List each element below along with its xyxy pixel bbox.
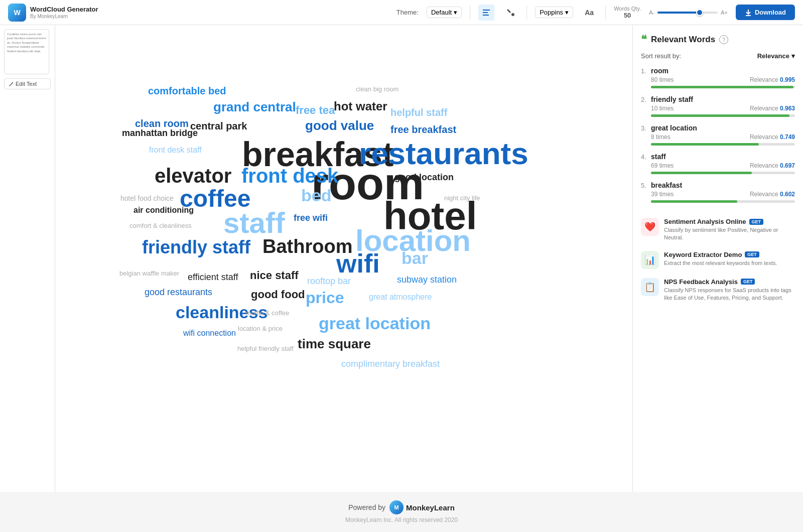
- promo-item-sentiment-analysis-online[interactable]: ❤️ Sentiment Analysis Online GET Classif…: [641, 218, 795, 242]
- word-good-value[interactable]: good value: [305, 118, 374, 134]
- word-central-park[interactable]: central park: [190, 120, 247, 132]
- word-items-list: 1. room 80 times Relevance 0.995 2. frie…: [641, 67, 795, 203]
- word-good-restaurants[interactable]: good restaurants: [145, 287, 212, 298]
- relevant-words-title: Relevant Words: [651, 35, 715, 45]
- word-friendly-staff[interactable]: friendly staff: [142, 237, 250, 258]
- copyright: MonkeyLearn Inc. All rights reserved 202…: [345, 516, 458, 523]
- word-complimentary-breakfast[interactable]: complimentary breakfast: [341, 359, 440, 369]
- promo-item-nps-feedback-analysis[interactable]: 📋 NPS Feedback Analysis GET Classify NPS…: [641, 278, 795, 302]
- paint-bucket-button[interactable]: [502, 5, 518, 21]
- word-night-city-life[interactable]: night city life: [444, 194, 480, 202]
- word-rooftop-bar[interactable]: rooftop bar: [307, 276, 351, 287]
- main-layout: Curabitur lorem purus nec justo faucibus…: [0, 25, 803, 492]
- promo-title: Sentiment Analysis Online: [664, 218, 746, 225]
- word-location-&-price[interactable]: location & price: [238, 325, 283, 332]
- word-comfort-&-cleanliness[interactable]: comfort & cleanliness: [129, 222, 192, 229]
- word-relevance-label: Relevance 0.697: [750, 162, 795, 169]
- word-nice-staff[interactable]: nice staff: [250, 269, 299, 282]
- promo-title: Keyword Extractor Demo: [664, 251, 742, 258]
- word-helpful-staff[interactable]: helpful staff: [390, 107, 447, 118]
- slider-track[interactable]: [657, 12, 718, 14]
- word-belgian-waffle-maker[interactable]: belgian waffle maker: [119, 270, 179, 277]
- promo-item-keyword-extractor-demo[interactable]: 📊 Keyword Extractor Demo GET Extract the…: [641, 251, 795, 269]
- word-name: great location: [651, 124, 795, 132]
- word-great-atmosphere[interactable]: great atmosphere: [369, 293, 432, 302]
- word-relevance-label: Relevance 0.995: [750, 76, 795, 83]
- download-button[interactable]: Download: [736, 5, 795, 20]
- svg-point-3: [511, 13, 514, 16]
- theme-label: Theme:: [396, 9, 419, 16]
- word-subway-station[interactable]: subway station: [397, 275, 457, 285]
- edit-text-button[interactable]: Edit Text: [4, 78, 51, 89]
- word-time-square[interactable]: time square: [298, 336, 371, 352]
- word-air-conditioning[interactable]: air conditioning: [133, 206, 194, 215]
- word-hotel-food-choice[interactable]: hotel food choice: [120, 194, 174, 202]
- word-efficient-staff[interactable]: efficient staff: [188, 272, 238, 283]
- relevance-bar-fill: [651, 200, 737, 203]
- app-header: W WordCloud Generator By MonkeyLearn The…: [0, 0, 803, 25]
- svg-rect-0: [483, 10, 490, 11]
- word-helpful-friendly-staff[interactable]: helpful friendly staff: [237, 345, 294, 352]
- logo-text: WordCloud Generator By MonkeyLearn: [30, 6, 98, 19]
- word-item-breakfast: 5. breakfast 39 times Relevance 0.602: [641, 181, 795, 203]
- font-size-slider[interactable]: A- A+: [649, 10, 728, 16]
- word-free-tea[interactable]: free tea: [296, 104, 335, 117]
- divider-1: [470, 6, 470, 20]
- relevance-bar-fill: [651, 114, 789, 117]
- font-select[interactable]: Poppins ▾: [535, 7, 573, 18]
- promo-icon: 📋: [641, 278, 659, 296]
- app-title: WordCloud Generator: [30, 6, 98, 14]
- word-Bathroom[interactable]: Bathroom: [262, 236, 352, 257]
- word-comfortable-bed[interactable]: comfortable bed: [148, 85, 226, 97]
- word-name: staff: [651, 153, 795, 161]
- word-bed[interactable]: bed: [301, 186, 331, 205]
- word-clean-big-room[interactable]: clean big room: [356, 85, 398, 93]
- word-times: 8 times: [651, 134, 671, 141]
- word-item-staff: 4. staff 69 times Relevance 0.697: [641, 153, 795, 174]
- word-muffin-&-coffee[interactable]: muffin & coffee: [246, 309, 289, 317]
- text-format-button[interactable]: [478, 5, 494, 21]
- word-times: 80 times: [651, 76, 674, 83]
- svg-rect-2: [483, 15, 489, 16]
- word-free-wifi[interactable]: free wifi: [294, 213, 328, 223]
- sort-label: Sort result by:: [641, 52, 681, 60]
- word-num: 2.: [641, 96, 651, 103]
- sort-select[interactable]: Relevance ▾: [757, 52, 795, 60]
- word-price[interactable]: price: [306, 289, 344, 307]
- word-free-breakfast[interactable]: free breakfast: [390, 124, 456, 136]
- word-grand-central[interactable]: grand central: [213, 99, 296, 115]
- help-icon[interactable]: ?: [719, 35, 728, 44]
- word-manhattan-bridge[interactable]: manhattan bridge: [122, 128, 198, 139]
- word-bar[interactable]: bar: [401, 248, 428, 268]
- word-relevance-label: Relevance 0.602: [750, 191, 795, 198]
- word-times: 69 times: [651, 162, 674, 169]
- word-front-desk-staff[interactable]: front desk staff: [149, 146, 202, 155]
- word-num: 4.: [641, 153, 651, 161]
- word-good-food[interactable]: good food: [251, 288, 305, 301]
- word-restaurants[interactable]: restaurants: [359, 136, 528, 171]
- word-elevator[interactable]: elevator: [155, 165, 231, 187]
- word-item-great-location: 3. great location 8 times Relevance 0.74…: [641, 124, 795, 146]
- relevance-bar-fill: [651, 143, 759, 146]
- word-good-location[interactable]: good location: [394, 172, 454, 183]
- word-times: 10 times: [651, 105, 674, 112]
- powered-by: Powered by M MonkeyLearn: [348, 500, 455, 514]
- word-num: 5.: [641, 182, 651, 189]
- word-item-friendly-staff: 2. friendly staff 10 times Relevance 0.9…: [641, 95, 795, 117]
- font-size-button[interactable]: Aa: [581, 5, 597, 21]
- word-wifi-connection[interactable]: wifi connection: [183, 329, 236, 338]
- promo-icon: ❤️: [641, 218, 659, 236]
- ml-logo-text: MonkeyLearn: [406, 503, 455, 512]
- word-hot-water[interactable]: hot water: [334, 99, 387, 113]
- word-item-room: 1. room 80 times Relevance 0.995: [641, 67, 795, 88]
- ml-logo-icon: M: [389, 500, 404, 514]
- word-front-desk[interactable]: front desk: [241, 165, 338, 187]
- promo-section: ❤️ Sentiment Analysis Online GET Classif…: [641, 218, 795, 302]
- left-panel: Curabitur lorem purus nec justo faucibus…: [0, 25, 55, 492]
- word-num: 1.: [641, 67, 651, 75]
- words-qty-display: Words Qty. 50: [614, 6, 641, 19]
- theme-select[interactable]: Default ▾: [427, 7, 462, 18]
- word-great-location[interactable]: great location: [319, 314, 431, 333]
- promo-desc: Extract the most relevant keywords from …: [664, 259, 777, 267]
- wordcloud-area: roomhotelbreakfastrestaurantslocationsta…: [55, 25, 632, 492]
